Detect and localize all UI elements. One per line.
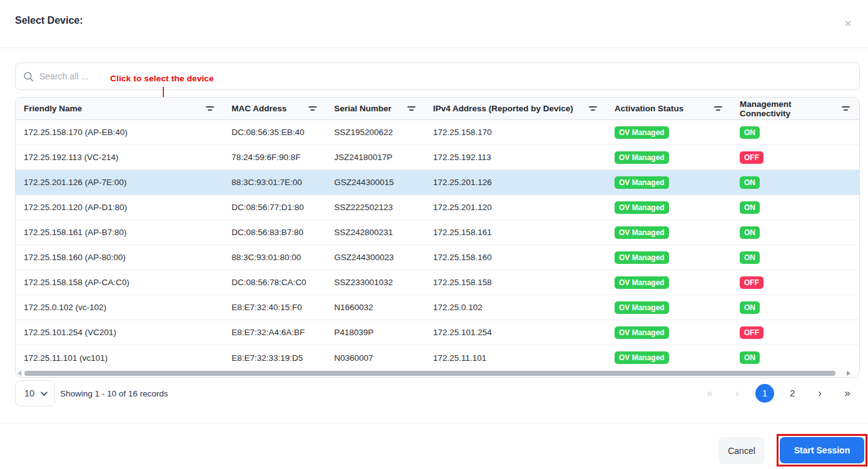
- activation-status-badge: OV Managed: [615, 201, 669, 214]
- cell-ipv4-address: 172.25.158.160: [425, 253, 606, 262]
- cell-activation-status: OV Managed: [606, 151, 732, 164]
- filter-icon[interactable]: [589, 105, 598, 112]
- pager: « ‹ 1 2 › »: [700, 380, 857, 406]
- cell-mac-address: DC:08:56:35:EB:40: [223, 128, 326, 137]
- cell-serial-number: N0360007: [326, 353, 425, 363]
- connectivity-badge: OFF: [740, 326, 763, 339]
- last-page-button[interactable]: »: [838, 384, 857, 403]
- cell-mac-address: 78:24:59:6F:90:8F: [223, 153, 326, 162]
- cell-activation-status: OV Managed: [606, 276, 732, 289]
- cell-activation-status: OV Managed: [606, 251, 732, 264]
- filter-icon[interactable]: [407, 105, 416, 112]
- horizontal-scrollbar: [16, 370, 859, 377]
- scrollbar-thumb[interactable]: [24, 371, 835, 376]
- connectivity-badge: ON: [740, 176, 760, 189]
- table-row[interactable]: 172.25.11.101 (vc101) E8:E7:32:33:19:D5 …: [16, 345, 859, 370]
- dialog-title: Select Device:: [15, 15, 83, 26]
- cell-friendly-name: 172.25.192.113 (VC-214): [16, 153, 223, 162]
- table-row[interactable]: 172.25.158.161 (AP-B7:80) DC:08:56:83:B7…: [16, 220, 859, 245]
- cell-activation-status: OV Managed: [606, 126, 732, 139]
- table-header-row: Friendly Name MAC Address Serial Number …: [16, 98, 859, 120]
- cancel-button[interactable]: Cancel: [718, 437, 765, 464]
- column-label: Activation Status: [615, 104, 683, 113]
- activation-status-badge: OV Managed: [615, 251, 669, 264]
- cell-activation-status: OV Managed: [606, 351, 732, 364]
- column-header-activation-status: Activation Status: [606, 104, 732, 113]
- cell-ipv4-address: 172.25.201.126: [425, 178, 606, 187]
- start-session-annotation-box: Start Session: [777, 434, 867, 466]
- cell-mac-address: E8:E7:32:40:15:F0: [223, 303, 326, 312]
- records-summary: Showing 1 - 10 of 16 records: [60, 380, 168, 406]
- cell-activation-status: OV Managed: [606, 226, 732, 239]
- cell-management-connectivity: OFF: [732, 151, 859, 164]
- cell-management-connectivity: ON: [732, 226, 859, 239]
- cell-friendly-name: 172.25.11.101 (vc101): [16, 353, 223, 363]
- cell-serial-number: P418039P: [326, 328, 425, 337]
- column-header-friendly-name: Friendly Name: [16, 104, 223, 113]
- cell-activation-status: OV Managed: [606, 326, 732, 339]
- cell-friendly-name: 172.25.201.120 (AP-D1:80): [16, 203, 223, 212]
- cell-mac-address: 88:3C:93:01:80:00: [223, 253, 326, 262]
- cell-management-connectivity: ON: [732, 301, 859, 314]
- column-header-management-connectivity: Management Connectivity: [732, 99, 859, 118]
- filter-icon[interactable]: [714, 105, 723, 112]
- cell-serial-number: JSZ24180017P: [326, 153, 425, 162]
- page-button-2[interactable]: 2: [783, 384, 802, 403]
- cell-ipv4-address: 172.25.192.113: [425, 153, 606, 162]
- cell-ipv4-address: 172.25.201.120: [425, 203, 606, 212]
- prev-page-button[interactable]: ‹: [728, 384, 747, 403]
- cell-friendly-name: 172.25.0.102 (vc-102): [16, 303, 223, 312]
- page-button-1[interactable]: 1: [755, 384, 774, 403]
- table-row[interactable]: 172.25.192.113 (VC-214) 78:24:59:6F:90:8…: [16, 145, 859, 170]
- cell-friendly-name: 172.25.158.160 (AP-80:00): [16, 253, 223, 262]
- cell-friendly-name: 172.25.158.161 (AP-B7:80): [16, 228, 223, 237]
- table-row[interactable]: 172.25.158.158 (AP-CA:C0) DC:08:56:78:CA…: [16, 270, 859, 295]
- cell-ipv4-address: 172.25.158.158: [425, 278, 606, 287]
- table-row[interactable]: 172.25.158.160 (AP-80:00) 88:3C:93:01:80…: [16, 245, 859, 270]
- scrollbar-right-arrow-icon[interactable]: [847, 371, 850, 376]
- connectivity-badge: OFF: [740, 151, 763, 164]
- first-page-button[interactable]: «: [700, 384, 719, 403]
- table-row[interactable]: 172.25.158.170 (AP-EB:40) DC:08:56:35:EB…: [16, 120, 859, 145]
- filter-icon[interactable]: [309, 105, 317, 112]
- cell-activation-status: OV Managed: [606, 301, 732, 314]
- close-icon[interactable]: ✕: [842, 18, 854, 30]
- cell-mac-address: DC:08:56:77:D1:80: [223, 203, 326, 212]
- start-session-button[interactable]: Start Session: [780, 437, 864, 463]
- cell-mac-address: E8:E7:32:33:19:D5: [223, 353, 326, 363]
- next-page-button[interactable]: ›: [810, 384, 829, 403]
- cell-mac-address: DC:08:56:83:B7:80: [223, 228, 326, 237]
- page-size-dropdown[interactable]: 10: [15, 380, 55, 406]
- cell-mac-address: DC:08:56:78:CA:C0: [223, 278, 326, 287]
- connectivity-badge: ON: [740, 226, 760, 239]
- table-body: 172.25.158.170 (AP-EB:40) DC:08:56:35:EB…: [16, 120, 859, 370]
- activation-status-badge: OV Managed: [615, 276, 669, 289]
- table-row[interactable]: 172.25.201.120 (AP-D1:80) DC:08:56:77:D1…: [16, 195, 859, 220]
- cell-serial-number: GSZ244300023: [326, 253, 425, 262]
- column-header-serial-number: Serial Number: [326, 104, 425, 113]
- table-row[interactable]: 172.25.0.102 (vc-102) E8:E7:32:40:15:F0 …: [16, 295, 859, 320]
- select-device-dialog: Select Device: ✕ Click to select the dev…: [0, 0, 868, 469]
- cell-friendly-name: 172.25.158.170 (AP-EB:40): [16, 128, 223, 137]
- filter-icon[interactable]: [206, 105, 215, 112]
- cell-activation-status: OV Managed: [606, 176, 732, 189]
- cell-serial-number: SSZ195200622: [326, 128, 425, 137]
- cell-serial-number: SSZ222502123: [326, 203, 425, 212]
- column-label: Serial Number: [334, 104, 392, 113]
- scrollbar-left-arrow-icon[interactable]: [18, 371, 21, 376]
- column-label: MAC Address: [232, 104, 287, 113]
- table-row[interactable]: 172.25.101.254 (VC201) E8:E7:32:A4:6A:BF…: [16, 320, 859, 345]
- cell-friendly-name: 172.25.101.254 (VC201): [16, 328, 223, 337]
- activation-status-badge: OV Managed: [615, 301, 669, 314]
- cell-management-connectivity: ON: [732, 126, 859, 139]
- cell-mac-address: 88:3C:93:01:7E:00: [223, 178, 326, 187]
- cell-management-connectivity: ON: [732, 251, 859, 264]
- header-divider: [0, 48, 868, 48]
- table-row[interactable]: 172.25.201.126 (AP-7E:00) 88:3C:93:01:7E…: [16, 170, 859, 195]
- cell-friendly-name: 172.25.201.126 (AP-7E:00): [16, 178, 223, 187]
- cell-ipv4-address: 172.25.0.102: [425, 303, 606, 312]
- cell-friendly-name: 172.25.158.158 (AP-CA:C0): [16, 278, 223, 287]
- cell-serial-number: GSZ244300015: [326, 178, 425, 187]
- cell-serial-number: N1660032: [326, 303, 425, 312]
- filter-icon[interactable]: [842, 105, 850, 112]
